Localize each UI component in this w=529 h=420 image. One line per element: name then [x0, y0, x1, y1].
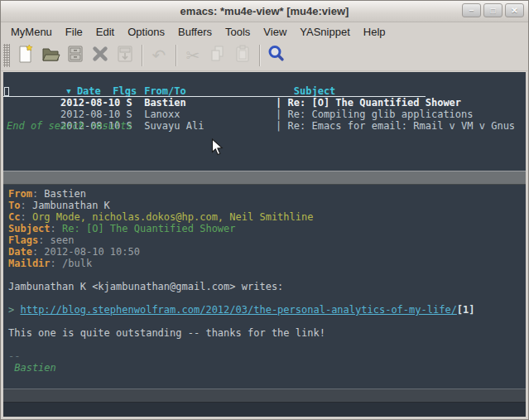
row-from: Suvayu Ali — [144, 120, 276, 132]
blank-line — [8, 316, 526, 327]
maximize-button[interactable]: □ — [483, 3, 503, 17]
paste-icon — [233, 44, 252, 67]
footnote-ref: [1] — [457, 304, 475, 316]
search-button[interactable] — [264, 43, 289, 68]
new-file-button[interactable] — [13, 43, 38, 68]
signature-separator: -- — [8, 350, 526, 362]
field-maildir: Maildir:/bulk — [8, 258, 526, 269]
menu-edit[interactable]: Edit — [89, 24, 121, 40]
row-subject: | Re: Emacs for email: Rmail v VM v Gnus — [276, 120, 515, 132]
window-controls: – □ ✕ — [462, 3, 524, 17]
blank-line — [8, 292, 526, 304]
menu-options[interactable]: Options — [121, 24, 171, 40]
headers-column-row: ▼ Date FlgsFrom/ToSubject — [3, 74, 526, 85]
open-folder-icon — [41, 44, 60, 67]
view-mode-line[interactable]: *mu4e-view*( 1, 0)[All/372][mu4e:view][I… — [3, 389, 526, 403]
close-x-icon — [91, 45, 109, 66]
echo-area[interactable] — [3, 403, 526, 417]
search-icon — [267, 44, 286, 67]
field-cc: Cc:Org Mode, nicholas.dokos@hp.com, Neil… — [8, 211, 526, 223]
undo-icon: ↶ — [152, 47, 166, 64]
save-as-button — [113, 43, 137, 68]
row-from: Bastien — [144, 97, 276, 109]
menu-file[interactable]: File — [59, 24, 89, 40]
toolbar-separator — [176, 45, 176, 66]
text-cursor — [4, 87, 9, 96]
save-buffer-button[interactable] — [63, 43, 88, 68]
open-file-button[interactable] — [38, 43, 63, 68]
save-icon — [65, 44, 85, 67]
body-intro: Jambunathan K <kjambunathan@gmail.com> w… — [8, 281, 526, 292]
minimize-button[interactable]: – — [462, 3, 481, 17]
headers-mode-line[interactable]: *mu4e-headers*( 1, 0)[All/275][mu4e-head… — [3, 171, 526, 185]
copy-button — [205, 43, 230, 68]
field-to: To:Jambunathan K — [8, 200, 526, 211]
signature: Bastien — [8, 362, 526, 374]
toolbar-separator — [142, 45, 142, 66]
quoted-link-line: >http://blog.stephenwolfram.com/2012/03/… — [8, 304, 526, 316]
menu-view[interactable]: View — [257, 24, 293, 40]
cut-button: ✂ — [180, 43, 205, 68]
save-as-icon — [115, 44, 135, 67]
new-file-icon — [16, 44, 36, 67]
quote-mark: > — [8, 304, 14, 316]
emacs-frame: ▼ Date FlgsFrom/ToSubject 2012-08-10 SBa… — [3, 72, 526, 417]
copy-icon — [208, 44, 228, 67]
menu-yasnippet[interactable]: YASnippet — [293, 24, 356, 40]
field-flags: Flags:seen — [8, 234, 526, 246]
menu-bar: MyMenu File Edit Options Buffers Tools V… — [1, 22, 528, 41]
blank-line — [8, 339, 526, 350]
row-subject: | Re: Compiling glib applications — [276, 109, 473, 120]
mouse-cursor — [211, 138, 224, 159]
field-date: Date:2012-08-10 10:50 — [8, 246, 526, 258]
close-button[interactable]: ✕ — [505, 3, 524, 17]
row-date: 2012-08-10 S — [55, 97, 144, 109]
row-date: 2012-08-10 S — [55, 109, 144, 120]
menu-help[interactable]: Help — [357, 24, 392, 40]
blank-line — [8, 269, 526, 281]
body-link[interactable]: http://blog.stephenwolfram.com/2012/03/t… — [20, 304, 456, 316]
toolbar-drag-handle[interactable] — [3, 44, 10, 67]
field-from: From:Bastien — [8, 188, 526, 200]
field-subject: Subject:Re: [O] The Quantified Shower — [8, 223, 526, 234]
header-row-selected[interactable]: 2012-08-10 SBastien| Re: [O] The Quantif… — [3, 85, 526, 97]
menu-buffers[interactable]: Buffers — [171, 24, 219, 40]
tool-bar: ↶ ✂ — [1, 41, 528, 71]
mu4e-view-window: From:Bastien To:Jambunathan K Cc:Org Mod… — [3, 185, 526, 389]
row-from: Lanoxx — [144, 109, 276, 120]
title-bar[interactable]: emacs: *mu4e-view* [mu4e:view] – □ ✕ — [1, 1, 528, 22]
toolbar-separator — [259, 45, 260, 66]
paste-button — [230, 43, 255, 68]
window-title: emacs: *mu4e-view* [mu4e:view] — [1, 5, 528, 17]
close-buffer-button[interactable] — [88, 43, 113, 68]
menu-tools[interactable]: Tools — [219, 24, 257, 40]
row-subject: | Re: [O] The Quantified Shower — [276, 97, 461, 109]
mu4e-headers-window: ▼ Date FlgsFrom/ToSubject 2012-08-10 SBa… — [3, 72, 526, 171]
undo-button: ↶ — [147, 43, 171, 68]
body-comment: This one is quite outstanding -- thanks … — [8, 327, 526, 339]
emacs-window: emacs: *mu4e-view* [mu4e:view] – □ ✕ MyM… — [0, 0, 529, 420]
menu-mymenu[interactable]: MyMenu — [4, 24, 59, 40]
cut-icon: ✂ — [186, 47, 200, 64]
